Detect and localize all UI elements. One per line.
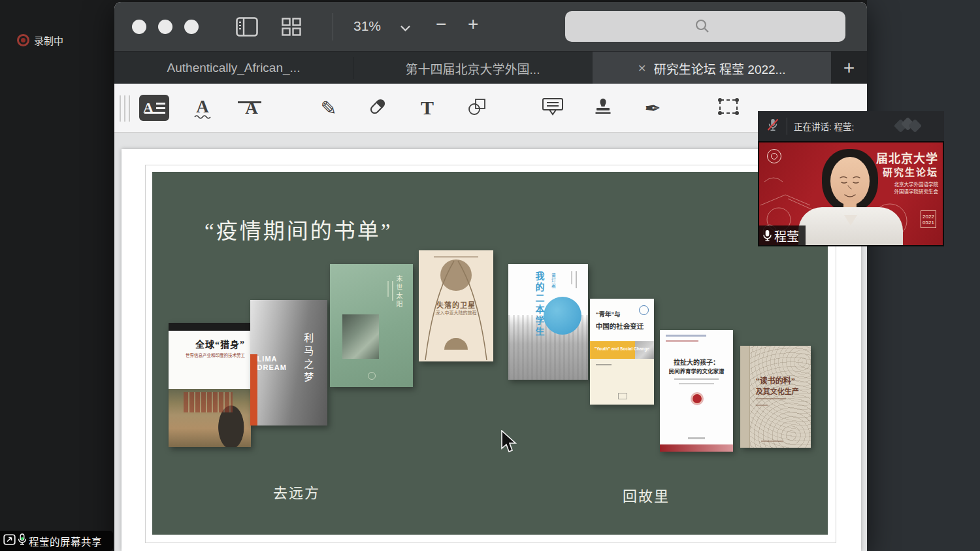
new-tab-button[interactable]: + bbox=[831, 52, 867, 84]
close-window-button[interactable] bbox=[132, 20, 146, 34]
zoom-out-button[interactable]: − bbox=[436, 15, 446, 33]
shapes-icon bbox=[467, 97, 488, 119]
signature-tool-button[interactable]: ✒ bbox=[640, 92, 665, 124]
pencil-icon: ✎ bbox=[320, 97, 336, 120]
toolbar-drag-handle[interactable] bbox=[120, 95, 130, 122]
tab-authentically-african[interactable]: Authentically_African_... bbox=[114, 52, 353, 84]
minimize-window-button[interactable] bbox=[158, 20, 172, 34]
group-label-right: 回故里 bbox=[623, 484, 670, 505]
date-seal: 2022 0521 bbox=[921, 210, 936, 228]
microphone-muted-icon bbox=[766, 118, 780, 135]
chevron-down-icon[interactable] bbox=[400, 23, 411, 35]
book-cover-lachedade-haizi: 拉扯大的孩子： 民间养育学的文化家谱 bbox=[660, 330, 733, 452]
zoom-in-button[interactable]: + bbox=[468, 15, 478, 33]
book-cover-lima-dream: 利马之梦 LIMADREAM bbox=[250, 300, 327, 426]
mouse-cursor bbox=[500, 430, 517, 456]
document-area[interactable]: “疫情期间的书单” 全球“猎身” 世界信息产业和印度的技术劳工 bbox=[114, 133, 867, 551]
stamp-tool-button[interactable] bbox=[590, 92, 616, 124]
recording-label: 录制中 bbox=[34, 33, 63, 47]
signature-pen-icon: ✒ bbox=[644, 97, 661, 120]
selection-tool-button[interactable] bbox=[715, 92, 742, 124]
preview-window: 31% − + Authentically_African_... 第十四届北京… bbox=[114, 2, 867, 551]
person-body bbox=[798, 207, 903, 245]
person-face bbox=[830, 157, 870, 205]
speaking-label: 正在讲话: 程莹; bbox=[794, 120, 854, 133]
tab-active-forum-chengying[interactable]: × 研究生论坛 程莹 2022... bbox=[593, 52, 831, 84]
person-collar bbox=[844, 215, 857, 225]
book-cover-quanqiu-lieshen: 全球“猎身” 世界信息产业和印度的技术劳工 bbox=[169, 323, 251, 447]
text-style-tool-button[interactable]: A bbox=[139, 92, 169, 124]
book-cover-shiluo-weixing: 失落的卫星 深入中亚大陆的旅程 bbox=[419, 250, 493, 361]
recording-dot bbox=[21, 38, 25, 42]
book-cover-dushudeliao: “读书的料” 及其文化生产 bbox=[740, 346, 811, 448]
sketch-tool-button[interactable]: ✎ bbox=[316, 92, 342, 124]
participant-name: 程莹 bbox=[774, 227, 799, 244]
header-divider bbox=[787, 118, 787, 135]
eraser-tool-button[interactable] bbox=[365, 92, 391, 124]
text-tool-icon: T bbox=[421, 97, 434, 119]
speaking-banner: 正在讲话: 程莹; bbox=[758, 111, 944, 141]
participant-person bbox=[791, 149, 911, 245]
slide-canvas: “疫情期间的书单” 全球“猎身” 世界信息产业和印度的技术劳工 bbox=[152, 172, 828, 535]
sidebar-toggle-icon[interactable] bbox=[236, 17, 258, 39]
screen-share-pill[interactable]: 程莹的屏幕共享 bbox=[0, 531, 113, 551]
book-cover-erben-xuesheng: 我的二本学生 黄灯 著 bbox=[508, 264, 588, 380]
share-label: 程莹的屏幕共享 bbox=[29, 534, 102, 548]
tab-bar: Authentically_African_... 第十四届北京大学外国... … bbox=[114, 51, 867, 84]
underline-icon: A bbox=[194, 97, 211, 119]
zoom-level[interactable]: 31% bbox=[353, 18, 381, 34]
close-tab-icon[interactable]: × bbox=[638, 60, 646, 76]
meeting-app-background bbox=[867, 0, 980, 551]
meeting-app-logo-icon bbox=[896, 119, 924, 133]
screen-share-icon bbox=[3, 534, 16, 548]
pdf-page: “疫情期间的书单” 全球“猎身” 世界信息产业和印度的技术劳工 bbox=[122, 149, 861, 551]
fullscreen-window-button[interactable] bbox=[184, 20, 199, 34]
strikethrough-tool-button[interactable]: A bbox=[240, 92, 263, 124]
shapes-tool-button[interactable] bbox=[465, 92, 491, 124]
microphone-level-icon bbox=[18, 533, 27, 548]
markup-toolbar: A A A ✎ T bbox=[114, 84, 867, 133]
note-icon bbox=[542, 97, 564, 119]
stamp-icon bbox=[593, 97, 613, 119]
microphone-icon bbox=[762, 229, 772, 242]
underline-tool-button[interactable]: A bbox=[191, 92, 214, 124]
book5-blue-circle bbox=[544, 297, 581, 335]
thumbnails-view-icon[interactable] bbox=[282, 18, 301, 39]
slide-frame: “疫情期间的书单” 全球“猎身” 世界信息产业和印度的技术劳工 bbox=[145, 165, 836, 543]
participant-video[interactable]: 届北京大学 研究生论坛 北京大学外国语学院 外国语学院研究生会 2022 052… bbox=[758, 141, 944, 246]
group-label-left: 去远方 bbox=[273, 481, 320, 502]
slide-title: “疫情期间的书单” bbox=[204, 214, 392, 245]
note-tool-button[interactable] bbox=[539, 92, 566, 124]
window-titlebar[interactable]: 31% − + bbox=[114, 2, 867, 51]
book-cover-green: 末世太阳 bbox=[330, 264, 413, 387]
book-cover-qingnian-shehui-bianqian: “青年”与 中国的社会变迁 "Youth" and Social Change bbox=[590, 299, 654, 405]
eraser-icon bbox=[368, 97, 387, 119]
text-style-icon: A bbox=[139, 95, 169, 121]
search-icon bbox=[694, 18, 710, 37]
toolbar-divider bbox=[333, 13, 333, 41]
recording-icon bbox=[17, 34, 29, 46]
tab-pku-forum-doc[interactable]: 第十四届北京大学外国... bbox=[353, 52, 592, 84]
book3-photo bbox=[342, 314, 379, 359]
participant-video-panel[interactable]: 正在讲话: 程莹; 届北京大学 研究生论坛 北京大学外国语学院 外国语学院研究生… bbox=[758, 111, 944, 246]
forum-emblem-icon bbox=[767, 149, 781, 163]
text-tool-button[interactable]: T bbox=[417, 92, 437, 124]
participant-name-tag: 程莹 bbox=[759, 225, 806, 245]
book7-red-seal bbox=[692, 393, 702, 404]
selection-icon bbox=[717, 97, 740, 119]
screen-share-view: 录制中 31% − + Authentica bbox=[0, 0, 980, 551]
